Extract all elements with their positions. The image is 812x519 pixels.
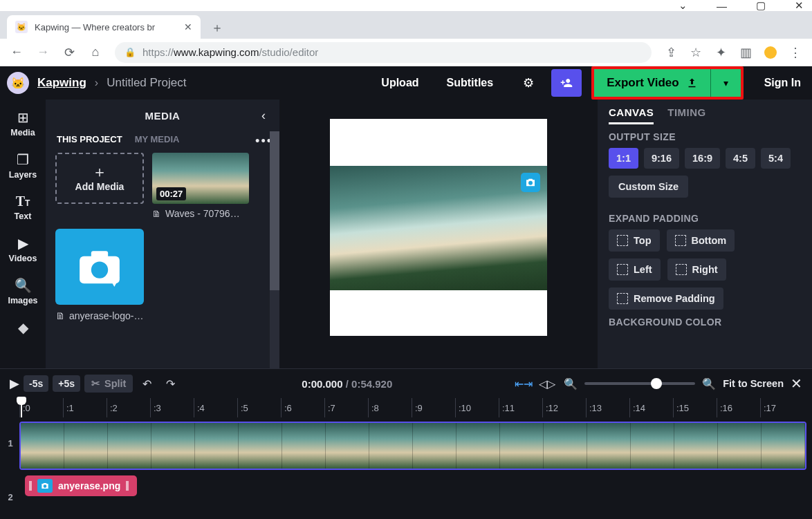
tab-my-media[interactable]: MY MEDIA xyxy=(135,134,180,144)
film-frame xyxy=(500,423,544,469)
media-card-waves[interactable]: 00:27 🗎 Waves - 70796… xyxy=(152,153,249,219)
search-icon: 🔍 xyxy=(15,277,32,294)
browser-tab-strip: 🐱 Kapwing — Where creators br ✕ ＋ xyxy=(0,11,812,39)
skip-forward-5s[interactable]: +5s xyxy=(53,375,80,392)
ratio-1-1[interactable]: 1:1 xyxy=(609,148,638,169)
fit-to-screen-button[interactable]: Fit to Screen xyxy=(723,378,784,389)
canvas-stage[interactable] xyxy=(330,119,547,336)
right-panel: CANVAS TIMING OUTPUT SIZE 1:1 9:16 16:9 … xyxy=(598,100,812,368)
custom-size-button[interactable]: Custom Size xyxy=(609,176,688,198)
rail-item-shapes[interactable]: ◆ xyxy=(0,315,46,340)
close-timeline-icon[interactable]: ✕ xyxy=(791,375,802,392)
brand-logo-icon[interactable]: 🐱 xyxy=(7,72,29,94)
track-2-label: 2 xyxy=(4,492,17,502)
collapse-panel-icon[interactable]: ‹ xyxy=(255,106,273,124)
scrollbar-thumb[interactable] xyxy=(270,131,279,290)
rail-item-text[interactable]: TT Text xyxy=(0,189,46,225)
image-clip-pill[interactable]: anyerase.png xyxy=(25,475,137,496)
project-name[interactable]: Untitled Project xyxy=(107,76,186,90)
share-icon[interactable]: ⇪ xyxy=(660,41,682,64)
shapes-icon: ◆ xyxy=(18,319,28,336)
nav-reload-button[interactable]: ⟳ xyxy=(58,41,80,64)
app-root: 🐱 Kapwing › Untitled Project Upload Subt… xyxy=(0,66,812,519)
timeline-ruler[interactable]: :0 :1 :2 :3 :4 :5 :6 :7 :8 :9 :10 :11 :1… xyxy=(0,398,812,417)
bookmark-star-icon[interactable]: ☆ xyxy=(685,41,707,64)
ruler-tick: :16 xyxy=(717,398,760,417)
media-card-logo[interactable] xyxy=(55,229,144,305)
export-video-button[interactable]: Export Video xyxy=(594,69,710,97)
remove-padding-button[interactable]: Remove Padding xyxy=(609,287,723,310)
tab-timing[interactable]: TIMING xyxy=(667,106,706,124)
clip-grip-right[interactable] xyxy=(126,481,129,491)
window-maximize-icon[interactable]: ▢ xyxy=(756,0,766,12)
media-add-icon: ⊞ xyxy=(17,109,29,126)
track-2[interactable]: anyerase.png xyxy=(19,475,812,496)
trim-icon[interactable]: ◁▷ xyxy=(537,374,557,393)
right-panel-tabs: CANVAS TIMING xyxy=(609,106,802,124)
nav-back-button[interactable]: ← xyxy=(6,41,28,64)
split-clip-button[interactable]: ✂ Split xyxy=(84,375,133,393)
pad-right-button[interactable]: Right xyxy=(667,258,726,281)
nav-forward-button[interactable]: → xyxy=(32,41,54,64)
stage-overlay-badge[interactable] xyxy=(521,173,540,192)
skip-back-5s[interactable]: -5s xyxy=(24,375,48,392)
zoom-slider-thumb[interactable] xyxy=(651,378,662,389)
reading-list-icon[interactable]: ▥ xyxy=(735,41,757,64)
pad-top-button[interactable]: Top xyxy=(609,229,660,252)
upload-button[interactable]: Upload xyxy=(378,73,421,93)
ruler-tick: :8 xyxy=(368,398,412,417)
settings-gear-icon[interactable]: ⚙ xyxy=(517,71,540,95)
browser-tab[interactable]: 🐱 Kapwing — Where creators br ✕ xyxy=(7,15,201,39)
film-frame xyxy=(413,423,456,469)
extensions-puzzle-icon[interactable]: ✦ xyxy=(710,41,732,64)
window-dropdown-icon[interactable]: ⌄ xyxy=(679,0,688,12)
media-panel-title: MEDIA xyxy=(145,110,181,122)
tab-this-project[interactable]: THIS PROJECT xyxy=(57,134,122,144)
rail-item-videos[interactable]: ▶ Videos xyxy=(0,231,46,267)
sign-in-link[interactable]: Sign In xyxy=(764,77,801,89)
ruler-tick: :5 xyxy=(237,398,281,417)
zoom-slider[interactable] xyxy=(584,382,695,385)
undo-button[interactable]: ↶ xyxy=(137,374,156,393)
track-1[interactable] xyxy=(19,422,812,470)
zoom-out-icon[interactable]: 🔍 xyxy=(561,374,580,393)
play-button[interactable]: ▶ xyxy=(10,376,19,391)
film-frame xyxy=(195,423,239,469)
nav-home-button[interactable]: ⌂ xyxy=(84,41,107,64)
video-clip-filmstrip[interactable] xyxy=(19,422,806,470)
rail-item-media[interactable]: ⊞ Media xyxy=(0,105,46,142)
invite-collaborator-button[interactable] xyxy=(551,69,582,97)
tab-canvas[interactable]: CANVAS xyxy=(609,106,654,124)
scissors-icon: ✂ xyxy=(91,378,100,389)
add-media-button[interactable]: ＋ Add Media xyxy=(55,153,144,204)
window-close-icon[interactable]: ✕ xyxy=(795,0,804,12)
redo-button[interactable]: ↷ xyxy=(160,374,180,393)
timeline-toolbar: ▶ -5s +5s ✂ Split ↶ ↷ 0:00.000 / 0:54.92… xyxy=(0,369,812,398)
subtitles-button[interactable]: Subtitles xyxy=(444,73,497,93)
rail-item-layers[interactable]: ❐ Layers xyxy=(0,147,46,184)
ruler-tick: :12 xyxy=(542,398,586,417)
address-bar[interactable]: 🔒 https://www.kapwing.com/studio/editor xyxy=(115,42,652,63)
pad-left-button[interactable]: Left xyxy=(609,258,661,281)
snap-toggle-icon[interactable]: ⇤⇥ xyxy=(514,374,533,393)
zoom-in-icon[interactable]: 🔍 xyxy=(699,374,719,393)
ratio-16-9[interactable]: 16:9 xyxy=(685,148,720,169)
ruler-tick: :3 xyxy=(150,398,194,417)
dashed-box-icon xyxy=(617,293,628,304)
ratio-5-4[interactable]: 5:4 xyxy=(761,148,791,169)
media-panel-header: MEDIA ‹ xyxy=(46,100,279,131)
clip-grip-left[interactable] xyxy=(29,481,32,491)
extension-badge-icon[interactable] xyxy=(759,41,782,64)
window-minimize-icon[interactable]: — xyxy=(717,0,727,12)
tab-close-icon[interactable]: ✕ xyxy=(184,21,192,32)
export-options-caret[interactable]: ▾ xyxy=(710,69,741,97)
new-tab-button[interactable]: ＋ xyxy=(207,18,227,37)
pad-bottom-button[interactable]: Bottom xyxy=(667,229,735,252)
window-chrome: ⌄ — ▢ ✕ xyxy=(0,0,812,11)
ratio-4-5[interactable]: 4:5 xyxy=(726,148,755,169)
ratio-9-16[interactable]: 9:16 xyxy=(644,148,679,169)
rail-item-images[interactable]: 🔍 Images xyxy=(0,273,46,310)
stage-video-layer[interactable] xyxy=(330,166,547,290)
brand-name-link[interactable]: Kapwing xyxy=(37,76,86,90)
browser-menu-icon[interactable]: ⋮ xyxy=(784,41,806,64)
